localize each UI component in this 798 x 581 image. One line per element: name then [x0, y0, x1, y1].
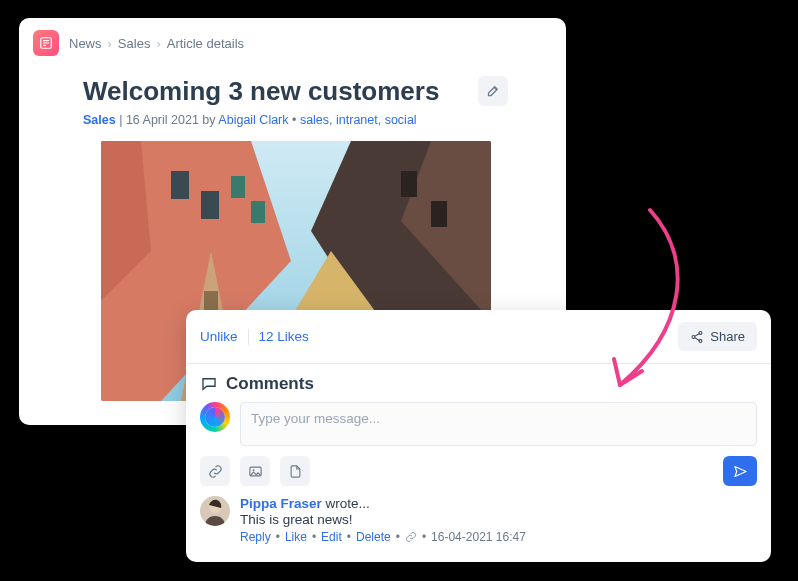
article-author[interactable]: Abigail Clark — [218, 113, 288, 127]
comment-composer — [200, 402, 757, 446]
breadcrumb-sales[interactable]: Sales — [118, 36, 151, 51]
wrote-label: wrote... — [326, 496, 370, 511]
chevron-right-icon: › — [156, 36, 160, 51]
breadcrumb-news[interactable]: News — [69, 36, 102, 51]
comment-avatar — [200, 496, 230, 526]
image-icon — [248, 464, 263, 479]
article-meta: Sales | 16 April 2021 by Abigail Clark •… — [83, 113, 508, 127]
tag-intranet[interactable]: intranet — [336, 113, 378, 127]
like-button[interactable]: Like — [285, 530, 307, 544]
comments-body: Comments — [186, 364, 771, 556]
comment-actions: Reply • Like • Edit • Delete • • 16-04-2… — [240, 530, 526, 544]
comments-heading: Comments — [200, 374, 757, 394]
svg-point-26 — [252, 469, 254, 471]
permalink-icon[interactable] — [405, 531, 417, 543]
reply-button[interactable]: Reply — [240, 530, 271, 544]
comment-input[interactable] — [240, 402, 757, 446]
app-logo — [33, 30, 59, 56]
svg-rect-18 — [231, 176, 245, 198]
comment-text: This is great news! — [240, 512, 526, 527]
separator — [248, 329, 249, 345]
svg-rect-13 — [401, 171, 417, 197]
comments-heading-text: Comments — [226, 374, 314, 394]
topbar: News › Sales › Article details — [19, 18, 566, 64]
engagement-bar: Unlike 12 Likes Share — [186, 310, 771, 364]
svg-line-23 — [695, 333, 700, 336]
svg-rect-8 — [201, 191, 219, 219]
article-date: 16 April 2021 — [126, 113, 199, 127]
newspaper-icon — [39, 36, 53, 50]
meta-sep: | — [119, 113, 126, 127]
svg-line-24 — [695, 337, 700, 340]
share-icon — [690, 330, 704, 344]
comment-timestamp: 16-04-2021 16:47 — [431, 530, 526, 544]
edit-comment-button[interactable]: Edit — [321, 530, 342, 544]
comment-author[interactable]: Pippa Fraser — [240, 496, 322, 511]
send-icon — [733, 464, 748, 479]
tag-sales[interactable]: sales — [300, 113, 329, 127]
svg-rect-14 — [431, 201, 447, 227]
breadcrumb: News › Sales › Article details — [69, 36, 244, 51]
comment-item: Pippa Fraser wrote... This is great news… — [200, 496, 757, 544]
by-word: by — [202, 113, 215, 127]
edit-button[interactable] — [478, 76, 508, 106]
attach-image-button[interactable] — [240, 456, 270, 486]
comment-icon — [200, 375, 218, 393]
composer-toolbar — [200, 456, 757, 486]
link-icon — [208, 464, 223, 479]
attach-file-button[interactable] — [280, 456, 310, 486]
svg-rect-7 — [171, 171, 189, 199]
share-label: Share — [710, 329, 745, 344]
breadcrumb-current: Article details — [167, 36, 244, 51]
delete-comment-button[interactable]: Delete — [356, 530, 391, 544]
comment-content: Pippa Fraser wrote... This is great news… — [240, 496, 526, 544]
svg-rect-19 — [251, 201, 265, 223]
comments-card: Unlike 12 Likes Share Comments — [186, 310, 771, 562]
tag-social[interactable]: social — [385, 113, 417, 127]
edit-icon — [486, 83, 501, 98]
meta-dot: • — [292, 113, 300, 127]
current-user-avatar — [200, 402, 230, 432]
attach-link-button[interactable] — [200, 456, 230, 486]
send-button[interactable] — [723, 456, 757, 486]
file-icon — [288, 464, 303, 479]
share-button[interactable]: Share — [678, 322, 757, 351]
unlike-button[interactable]: Unlike — [200, 329, 238, 344]
likes-count[interactable]: 12 Likes — [259, 329, 309, 344]
chevron-right-icon: › — [108, 36, 112, 51]
article-category[interactable]: Sales — [83, 113, 116, 127]
article-title: Welcoming 3 new customers — [83, 76, 466, 107]
